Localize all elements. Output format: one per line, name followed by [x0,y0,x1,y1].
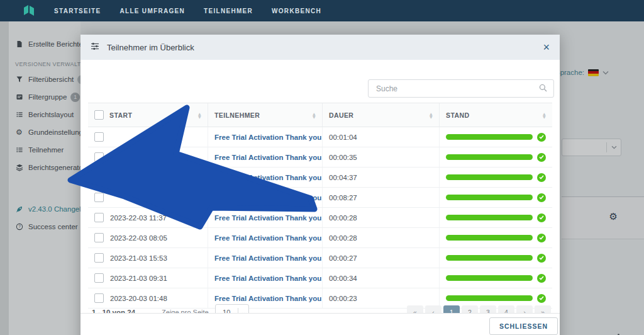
start-cell: 2023-22-03 08:05 [110,234,167,242]
check-circle-icon [537,193,546,202]
brand-logo-icon[interactable] [23,4,35,17]
check-circle-icon [537,213,546,222]
sort-toggle[interactable] [430,112,433,118]
row-checkbox[interactable] [94,213,104,222]
column-header-start: START [109,111,132,119]
sort-toggle[interactable] [543,112,546,118]
participants-table: START TEILNEHMER DAUER STAND Free Trial … [88,103,552,309]
modal-footer: SCHLIESSEN [80,313,560,335]
check-circle-icon [537,133,546,142]
participant-link[interactable]: Free Trial Activation Thank you DE [214,174,322,181]
check-circle-icon [537,274,546,283]
row-checkbox[interactable] [94,273,104,283]
progress-bar [446,275,533,281]
sort-toggle[interactable] [198,112,201,118]
table-row: Free Trial Activation Thank you DE 00:04… [88,168,552,188]
progress-bar [446,134,533,140]
nav-item-teilnehmer[interactable]: TEILNEHMER [204,8,253,14]
start-cell: 2023-23-03 18:35 [110,154,167,161]
progress-bar [446,154,533,160]
participant-link[interactable]: Free Trial Activation Thank you DE [214,275,322,282]
participant-link[interactable]: Free Trial Activation Thank you DE [214,194,322,202]
progress-bar [446,174,533,180]
progress-bar [446,295,533,301]
participant-link[interactable]: Free Trial Activation Thank you DE [214,133,322,141]
row-checkbox[interactable] [94,132,104,142]
duration-cell: 00:01:04 [329,133,357,141]
progress-bar [446,255,533,261]
duration-cell: 00:00:34 [329,275,357,282]
start-cell: 2023-21-03 15:53 [110,254,167,262]
row-checkbox[interactable] [94,193,104,202]
schliessen-button[interactable]: SCHLIESSEN [489,317,558,335]
progress-bar [446,235,533,241]
modal-header: Teilnehmer im Überblick × [80,35,560,60]
row-checkbox[interactable] [94,152,104,162]
nav-item-alle-umfragen[interactable]: ALLE UMFRAGEN [119,8,185,14]
modal-title: Teilnehmer im Überblick [107,43,194,52]
table-row: 2023-21-03 15:53 Free Trial Activation T… [88,248,552,268]
row-checkbox[interactable] [94,253,104,263]
sliders-icon [91,42,99,53]
check-circle-icon [537,234,546,242]
table-row: 2023-23-03 18:35 Free Trial Activation T… [88,147,552,168]
nav-item-workbench[interactable]: WORKBENCH [272,8,321,14]
row-checkbox[interactable] [94,173,104,182]
check-circle-icon [537,294,546,303]
participants-overview-modal: Teilnehmer im Überblick × START TEILNEHM… [80,35,560,335]
participant-link[interactable]: Free Trial Activation Thank you DE [214,154,322,161]
search-icon [539,83,547,94]
table-row: 2023-21-03 09:31 Free Trial Activation T… [88,268,552,288]
check-circle-icon [537,173,546,182]
progress-bar [446,195,533,200]
duration-cell: 00:08:27 [329,194,357,202]
start-cell: 2023-21-03 09:31 [110,275,167,282]
column-header-dauer: DAUER [329,111,353,119]
participant-link[interactable]: Free Trial Activation Thank you DE [214,295,322,302]
participant-link[interactable]: Free Trial Activation Thank you DE [214,234,322,242]
column-header-teilnehmer: TEILNEHMER [214,111,260,119]
check-circle-icon [537,254,546,263]
progress-bar [446,215,533,220]
duration-cell: 00:00:28 [329,234,357,242]
start-cell: 2023-22-03 11:37 [110,214,167,222]
row-checkbox[interactable] [94,233,104,242]
table-header-row: START TEILNEHMER DAUER STAND [88,103,552,127]
search-box [368,79,554,98]
table-row: Free Trial Activation Thank you DE 00:01… [88,127,552,147]
check-circle-icon [537,153,546,162]
column-header-stand: STAND [446,111,469,119]
table-row: 2023-22-03 08:05 Free Trial Activation T… [88,228,552,248]
table-row: 2023-22-03 11:37 Free Trial Activation T… [88,208,552,228]
sort-toggle[interactable] [313,112,316,118]
duration-cell: 00:00:23 [329,295,357,302]
search-input[interactable] [375,84,539,94]
app-window: STARTSEITE ALLE UMFRAGEN TEILNEHMER WORK… [0,0,644,335]
nav-item-startseite[interactable]: STARTSEITE [54,8,101,14]
duration-cell: 00:04:37 [329,174,357,181]
start-cell: 2023-20-03 01:48 [110,295,167,302]
select-all-checkbox[interactable] [94,110,104,120]
duration-cell: 00:00:28 [329,214,357,222]
participant-link[interactable]: Free Trial Activation Thank you DE [214,254,322,262]
table-row: Free Trial Activation Thank you DE 00:08… [88,188,552,208]
duration-cell: 00:00:27 [329,254,357,262]
participant-link[interactable]: Free Trial Activation Thank you DE [214,214,322,222]
duration-cell: 00:00:35 [329,154,357,161]
close-icon[interactable]: × [543,42,550,52]
top-navbar: STARTSEITE ALLE UMFRAGEN TEILNEHMER WORK… [0,0,644,21]
row-checkbox[interactable] [94,293,104,303]
